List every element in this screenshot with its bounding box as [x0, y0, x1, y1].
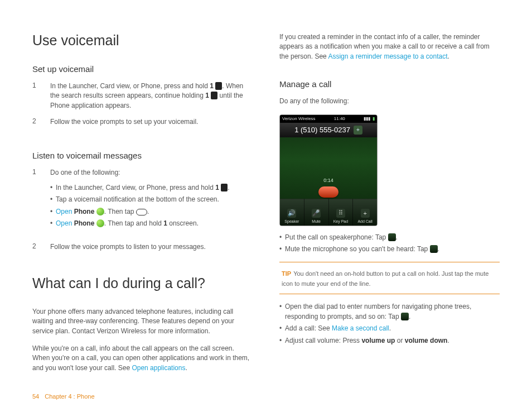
list-item: Open the dial pad to enter numbers for n… — [279, 302, 500, 322]
step-number: 2 — [32, 117, 40, 127]
caller-number-bar: 1 (510) 555-0237 + — [280, 123, 377, 137]
keypad-icon: ⠿ — [336, 209, 345, 218]
list-item: Put the call on speakerphone: Tap . — [279, 233, 500, 242]
mute-icon: 🎤 — [312, 209, 321, 218]
status-bar: Verizon Wireless 11:40 ▮▮▮ ▮ — [280, 115, 377, 123]
tip-box: TIPYou don't need an on-hold button to p… — [279, 262, 500, 294]
step-body: Follow the voice prompts to listen to yo… — [50, 242, 253, 252]
right-column: If you created a reminder in the contact… — [279, 32, 500, 381]
keypad-button: ⠿Key Pad — [329, 199, 354, 226]
heading-listen-voicemail: Listen to voicemail messages — [32, 151, 253, 160]
voicemail-icon — [136, 209, 147, 215]
listen-step-2: 2 Follow the voice prompts to listen to … — [32, 242, 253, 252]
paragraph: Do any of the following: — [279, 97, 500, 106]
tip-label: TIP — [282, 270, 291, 277]
step-body: In the Launcher, Card view, or Phone, pr… — [50, 82, 253, 111]
page-footer: 54Chapter 4 : Phone — [32, 393, 95, 400]
speaker-icon: 🔊 — [287, 209, 296, 218]
key-1-icon — [215, 82, 222, 90]
caller-number: 1 (510) 555-0237 — [294, 126, 350, 134]
heading-setup-voicemail: Set up voicemail — [32, 64, 253, 74]
listen-step-1: 1 Do one of the following: In the Launch… — [32, 168, 253, 236]
dialpad-tap-icon — [401, 313, 409, 320]
manage-bullets-1: Put the call on speakerphone: Tap . Mute… — [279, 233, 500, 255]
clock-label: 11:40 — [318, 116, 361, 121]
chapter-label: Chapter 4 : Phone — [45, 393, 94, 400]
phone-app-icon — [96, 219, 104, 227]
step-number: 1 — [32, 168, 40, 236]
list-item: Tap a voicemail notification at the bott… — [50, 195, 253, 204]
add-call-button: +Add Call — [353, 199, 377, 226]
page-number: 54 — [32, 393, 39, 400]
paragraph: If you created a reminder in the contact… — [279, 32, 500, 61]
add-contact-icon: + — [354, 126, 362, 135]
paragraph: While you're on a call, info about the c… — [32, 344, 253, 373]
heading-manage-call: Manage a call — [279, 79, 500, 89]
make-second-call-link[interactable]: Make a second call — [332, 324, 389, 332]
open-link[interactable]: Open — [56, 208, 72, 215]
step-body: Do one of the following: In the Launcher… — [50, 168, 253, 236]
phone-app-icon — [96, 208, 104, 215]
carrier-label: Verizon Wireless — [282, 116, 316, 121]
speaker-button: 🔊Speaker — [280, 199, 304, 226]
list-item: Mute the microphone so you can't be hear… — [279, 245, 500, 254]
setup-step-1: 1 In the Launcher, Card view, or Phone, … — [32, 82, 253, 111]
open-applications-link[interactable]: Open applications — [132, 364, 185, 372]
paragraph: Your phone offers many advanced telephon… — [32, 307, 253, 336]
mute-button: 🎤Mute — [304, 199, 329, 226]
key-1-icon — [221, 184, 228, 191]
call-screenshot: Verizon Wireless 11:40 ▮▮▮ ▮ 1 (510) 555… — [279, 114, 378, 226]
list-item: Open Phone . Then tap . — [50, 207, 253, 217]
step-number: 1 — [32, 82, 40, 111]
open-link[interactable]: Open — [56, 219, 72, 227]
signal-icon: ▮▮▮ — [364, 116, 370, 121]
list-item: Adjust call volume: Press volume up or v… — [279, 336, 500, 346]
battery-icon: ▮ — [373, 116, 375, 121]
step-body: Follow the voice prompts to set up your … — [50, 117, 253, 127]
list-item: Open Phone . Then tap and hold 1 onscree… — [50, 219, 253, 228]
step-number: 2 — [32, 242, 40, 252]
assign-reminder-link[interactable]: Assign a reminder message to a contact — [328, 52, 447, 60]
call-duration: 0:14 — [280, 178, 377, 183]
tip-text: You don't need an on-hold button to put … — [282, 270, 489, 287]
listen-bullets: In the Launcher, Card view, or Phone, pr… — [50, 183, 253, 229]
setup-step-2: 2 Follow the voice prompts to set up you… — [32, 117, 253, 127]
list-item: Add a call: See Make a second call. — [279, 324, 500, 333]
mute-tap-icon — [430, 245, 438, 253]
call-controls-bar: 🔊Speaker 🎤Mute ⠿Key Pad +Add Call — [280, 199, 377, 226]
heading-during-call: What can I do during a call? — [32, 275, 253, 291]
end-call-button — [318, 186, 338, 198]
list-item: In the Launcher, Card view, or Phone, pr… — [50, 183, 253, 193]
left-column: Use voicemail Set up voicemail 1 In the … — [32, 32, 253, 381]
speaker-tap-icon — [388, 233, 396, 241]
heading-use-voicemail: Use voicemail — [32, 32, 253, 49]
manage-bullets-2: Open the dial pad to enter numbers for n… — [279, 302, 500, 346]
add-call-icon: + — [361, 209, 370, 218]
key-1-icon — [211, 92, 217, 99]
